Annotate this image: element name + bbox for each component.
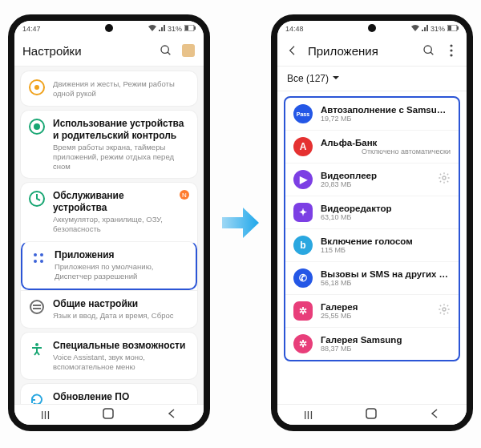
wifi-icon [148, 25, 156, 33]
app-icon: ✆ [293, 268, 313, 288]
gesture-icon [29, 79, 45, 95]
settings-row[interactable]: Обслуживание устройстваАккумулятор, хран… [21, 183, 197, 241]
app-size: 25,55 МБ [321, 312, 430, 320]
search-icon[interactable] [422, 43, 436, 58]
app-size: 115 МБ [321, 246, 451, 254]
app-name: Галерея [321, 302, 430, 312]
app-name: Автозаполнение с Samsung Pas.. [321, 105, 451, 115]
app-icon: ✦ [293, 203, 313, 222]
svg-rect-23 [448, 26, 451, 30]
svg-point-7 [34, 85, 39, 90]
battery-text: 31% [430, 25, 445, 33]
nav-bar: III [277, 404, 467, 425]
wifi-icon [411, 25, 419, 33]
app-name: Видеоплеер [321, 171, 430, 180]
general-icon [29, 299, 45, 315]
svg-rect-5 [182, 44, 195, 57]
row-subtitle: Язык и ввод, Дата и время, Сброс [53, 311, 189, 321]
settings-row[interactable]: Движения и жесты, Режим работы одной рук… [21, 71, 197, 106]
gear-icon[interactable] [438, 172, 451, 188]
svg-point-31 [443, 308, 446, 311]
app-name: Включение голосом [321, 236, 451, 246]
wellbeing-icon [29, 119, 45, 135]
svg-point-12 [40, 253, 43, 256]
row-subtitle: Voice Assistant, звук моно, вспомогатель… [53, 353, 189, 372]
svg-line-4 [168, 52, 170, 54]
settings-row[interactable]: Обновление ПОЗагрузка обновлений, послед… [21, 384, 197, 405]
row-text: Обслуживание устройстваАккумулятор, хран… [53, 190, 172, 234]
nav-recents[interactable]: III [304, 409, 313, 422]
settings-group: Движения и жесты, Режим работы одной рук… [21, 71, 197, 106]
settings-group: Обслуживание устройстваАккумулятор, хран… [21, 183, 197, 327]
search-icon[interactable] [159, 43, 173, 58]
nav-back[interactable] [166, 408, 177, 422]
app-icon: ✲ [293, 301, 313, 321]
chevron-down-icon [332, 73, 340, 84]
nav-recents[interactable]: III [41, 409, 51, 422]
settings-list[interactable]: Движения и жесты, Режим работы одной рук… [14, 67, 204, 404]
svg-point-3 [161, 46, 168, 53]
apps-filter-dropdown[interactable]: Все (127) [277, 67, 467, 91]
app-icon: А [293, 137, 313, 156]
camera-notch [368, 24, 376, 32]
settings-group: Специальные возможностиVoice Assistant, … [21, 333, 197, 379]
svg-point-14 [40, 260, 43, 263]
nav-back[interactable] [429, 408, 440, 422]
svg-rect-24 [457, 26, 459, 30]
row-text: ПриложенияПриложения по умолчанию, Диспе… [55, 249, 188, 281]
app-size: 63,10 МБ [321, 213, 451, 221]
app-name: Альфа-Банк [321, 138, 451, 147]
back-icon[interactable] [285, 43, 300, 58]
svg-point-18 [35, 343, 38, 346]
row-subtitle: Время работы экрана, таймеры приложений,… [53, 143, 189, 172]
app-row[interactable]: ✲Галерея Samsung88,37 МБ [285, 327, 459, 360]
page-title: Настройки [22, 44, 151, 58]
svg-point-28 [450, 49, 452, 51]
app-row[interactable]: ✦Видеоредактор63,10 МБ [285, 196, 459, 228]
row-title: Обслуживание устройства [53, 190, 172, 214]
care-icon [29, 191, 45, 207]
app-icon: Pass [293, 104, 313, 123]
account-icon[interactable] [181, 43, 196, 58]
status-time: 14:48 [285, 25, 304, 33]
filter-label: Все (127) [287, 73, 329, 84]
apps-header: Приложения [277, 37, 467, 67]
settings-group: Обновление ПОЗагрузка обновлений, послед… [21, 384, 197, 405]
accessibility-icon [29, 341, 45, 357]
apps-icon [30, 250, 46, 266]
app-row[interactable]: bВключение голосом115 МБ [285, 228, 459, 261]
app-row[interactable]: ▶Видеоплеер20,83 МБ [285, 163, 459, 196]
row-text: Общие настройкиЯзык и ввод, Дата и время… [53, 298, 189, 321]
row-text: Специальные возможностиVoice Assistant, … [53, 340, 189, 372]
apps-list[interactable]: PassАвтозаполнение с Samsung Pas..19,72 … [284, 96, 460, 361]
row-subtitle: Аккумулятор, хранилище, ОЗУ, безопасност… [53, 215, 172, 234]
row-subtitle: Приложения по умолчанию, Диспетчер разре… [55, 262, 188, 281]
update-icon [29, 392, 45, 405]
nav-home[interactable] [103, 408, 114, 422]
settings-row[interactable]: Использование устройства и родительский … [21, 111, 197, 179]
app-size: 56,18 МБ [321, 279, 451, 287]
nav-home[interactable] [366, 408, 377, 422]
app-icon: ▶ [293, 170, 313, 189]
svg-line-26 [430, 52, 433, 54]
settings-row[interactable]: ПриложенияПриложения по умолчанию, Диспе… [21, 241, 197, 290]
battery-text: 31% [168, 25, 182, 33]
row-title: Приложения [55, 249, 188, 261]
row-title: Общие настройки [53, 298, 189, 310]
app-row[interactable]: PassАвтозаполнение с Samsung Pas..19,72 … [285, 98, 459, 130]
settings-row[interactable]: Общие настройкиЯзык и ввод, Дата и время… [21, 290, 197, 328]
battery-icon [447, 25, 459, 33]
svg-rect-32 [366, 409, 376, 418]
svg-point-27 [450, 44, 452, 46]
svg-point-15 [30, 301, 43, 313]
app-row[interactable]: ААльфа-БанкОтключено автоматически [285, 130, 459, 163]
settings-row[interactable]: Специальные возможностиVoice Assistant, … [21, 333, 197, 379]
app-row[interactable]: ✲Галерея25,55 МБ [285, 294, 459, 327]
row-text: Движения и жесты, Режим работы одной рук… [53, 79, 189, 99]
gear-icon[interactable] [438, 303, 451, 319]
nav-bar: III [14, 404, 204, 425]
row-title: Использование устройства и родительский … [53, 118, 189, 142]
battery-icon [184, 25, 196, 33]
app-row[interactable]: ✆Вызовы и SMS на других устро..56,18 МБ [285, 261, 459, 294]
more-icon[interactable] [444, 43, 459, 58]
